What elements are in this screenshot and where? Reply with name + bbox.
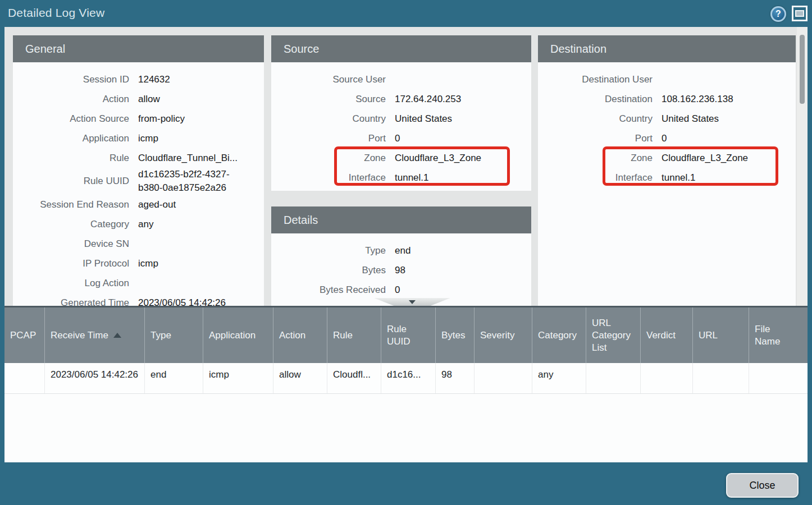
field-value: 108.162.236.138 [653, 93, 796, 106]
cell-bytes: 98 [436, 363, 475, 393]
close-button[interactable]: Close [726, 473, 799, 498]
field-label: Interface [271, 171, 386, 185]
field-row: Source User [271, 70, 531, 89]
field-value: 98 [386, 264, 531, 277]
details-panel-header: Details [271, 206, 531, 233]
field-row: Action Sourcefrom-policy [13, 109, 264, 128]
field-label: IP Protocol [13, 257, 129, 270]
cell-receive-time: 2023/06/05 14:42:26 [45, 363, 145, 393]
column-label: Rule UUID [387, 323, 417, 348]
dialog-body: General Session ID124632 Actionallow Act… [4, 27, 808, 462]
chevron-down-icon [409, 300, 416, 304]
scrollbar-thumb[interactable] [800, 35, 805, 104]
column-header-bytes[interactable]: Bytes [436, 307, 475, 363]
column-header-file-name[interactable]: File Name [749, 307, 808, 363]
column-header-url[interactable]: URL [693, 307, 749, 363]
cell-type: end [145, 363, 203, 393]
field-label: Rule UUID [13, 175, 129, 188]
details-panel-body: Typeend Bytes98 Bytes Received0 [271, 233, 531, 300]
field-value: aged-out [129, 198, 264, 212]
field-row: Bytes98 [271, 260, 531, 280]
column-label: URL Category List [592, 317, 622, 354]
column-header-rule[interactable]: Rule [327, 307, 381, 363]
field-row: Categoryany [13, 214, 264, 234]
field-value: 2023/06/05 14:42:26 [129, 296, 264, 306]
field-row: ZoneCloudflare_L3_Zone [271, 148, 531, 168]
field-label: Log Action [13, 277, 129, 290]
field-label: Application [13, 132, 129, 145]
field-label: Country [538, 112, 653, 126]
column-label: Severity [480, 329, 514, 342]
column-header-url-category-list[interactable]: URL Category List [586, 307, 641, 363]
column-header-rule-uuid[interactable]: Rule UUID [381, 307, 436, 363]
field-row: Port0 [271, 128, 531, 148]
cell-application: icmp [203, 363, 273, 393]
column-label: Category [538, 329, 577, 342]
field-label: Session End Reason [13, 198, 129, 212]
source-panel: Source Source User Source172.64.240.253 … [271, 35, 531, 191]
column-header-verdict[interactable]: Verdict [641, 307, 693, 363]
field-label: Bytes Received [271, 283, 386, 297]
column-header-application[interactable]: Application [203, 307, 273, 363]
log-table: PCAP Receive Time Type Application Actio… [4, 306, 808, 462]
field-value: end [386, 244, 531, 258]
window-icon[interactable] [792, 6, 808, 21]
column-header-receive-time[interactable]: Receive Time [45, 307, 145, 363]
field-value: icmp [129, 132, 264, 145]
cell-url-category-list [586, 363, 641, 393]
field-label: Zone [538, 152, 653, 165]
destination-panel-body: Destination User Destination108.162.236.… [538, 62, 796, 187]
field-value: United States [653, 112, 796, 126]
field-row: Device SN [13, 234, 264, 254]
field-label: Country [271, 112, 386, 126]
field-row: CountryUnited States [538, 109, 796, 128]
vertical-scrollbar[interactable] [797, 27, 808, 306]
column-label: Verdict [646, 329, 676, 342]
column-header-action[interactable]: Action [273, 307, 327, 363]
column-label: Rule [333, 329, 353, 342]
field-label: Port [538, 132, 653, 145]
field-value: 0 [386, 132, 531, 145]
column-header-category[interactable]: Category [532, 307, 586, 363]
column-header-type[interactable]: Type [145, 307, 203, 363]
field-label: Zone [271, 152, 386, 165]
field-label: Source [271, 93, 386, 106]
field-value: allow [129, 93, 264, 106]
field-value: d1c16235-b2f2-4327-b380-0ae1875e2a26 [129, 168, 264, 195]
field-label: Action [13, 93, 129, 106]
field-value: United States [386, 112, 531, 126]
log-table-header: PCAP Receive Time Type Application Actio… [4, 307, 808, 363]
field-label: Source User [271, 73, 386, 86]
field-row: Destination User [538, 70, 796, 89]
source-panel-body: Source User Source172.64.240.253 Country… [271, 62, 531, 187]
column-header-severity[interactable]: Severity [475, 307, 532, 363]
field-row: Bytes Received0 [271, 280, 531, 300]
field-label: Bytes [271, 264, 386, 277]
column-header-pcap[interactable]: PCAP [4, 307, 45, 363]
detailed-log-view-dialog: Detailed Log View ? General Session ID12… [0, 0, 812, 505]
field-row: Session ID124632 [13, 70, 264, 89]
column-label: URL [699, 329, 718, 342]
field-row: Rule UUIDd1c16235-b2f2-4327-b380-0ae1875… [13, 168, 264, 195]
field-label: Category [13, 218, 129, 231]
field-value: Cloudflare_L3_Zone [653, 152, 796, 165]
column-label: Action [279, 329, 305, 342]
field-row: Interfacetunnel.1 [271, 168, 531, 187]
field-label: Destination User [538, 73, 653, 86]
field-row: Typeend [271, 241, 531, 260]
field-value: from-policy [129, 112, 264, 126]
destination-panel: Destination Destination User Destination… [538, 35, 796, 306]
field-row: Session End Reasonaged-out [13, 195, 264, 214]
cell-action: allow [273, 363, 327, 393]
window-icon-glyph [795, 10, 804, 17]
help-icon[interactable]: ? [770, 6, 786, 22]
log-table-row[interactable]: 2023/06/05 14:42:26 end icmp allow Cloud… [4, 363, 808, 394]
field-value: icmp [129, 257, 264, 270]
field-value: 0 [653, 132, 796, 145]
column-label: Bytes [441, 329, 466, 342]
cell-file-name [749, 363, 808, 393]
column-label: PCAP [10, 329, 36, 342]
field-label: Type [271, 244, 386, 258]
field-label: Destination [538, 93, 653, 106]
field-row: Interfacetunnel.1 [538, 168, 796, 187]
